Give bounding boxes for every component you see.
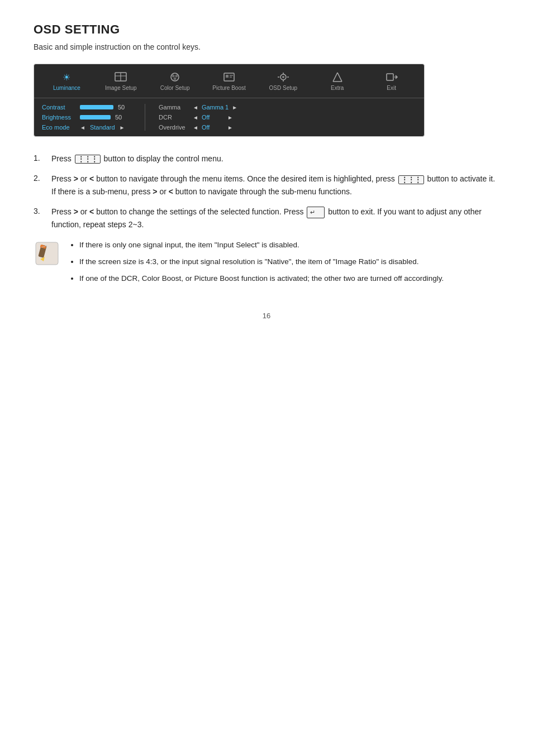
osd-tab-color-setup-label: Color Setup [160,85,190,91]
osd-row-overdrive: Overdrive ◄ Off ► [159,124,237,131]
brightness-label: Brightness [42,114,75,121]
svg-line-17 [337,73,342,82]
osd-tab-extra: Extra [310,69,364,93]
contrast-bar [80,105,113,109]
inst-num-3: 3. [34,205,46,217]
osd-tab-osd-setup: OSD Setup [256,69,310,93]
instruction-2: 2. Press > or < button to navigate throu… [34,173,499,198]
svg-point-12 [282,76,284,78]
notes-icon [34,240,60,267]
note-item-1: If there is only one signal input, the i… [79,239,444,251]
inst-num-2: 2. [34,173,46,184]
dcr-arrow-left: ◄ [193,114,198,121]
contrast-label: Contrast [42,104,75,111]
note-text-2: If the screen size is 4:3, or the input … [79,257,418,266]
osd-right-column: Gamma ◄ Gamma 1 ► DCR ◄ Off ► Overdrive … [159,104,237,131]
osd-tab-image-setup: Image Setup [94,69,148,93]
svg-rect-20 [387,74,393,80]
svg-rect-8 [226,75,229,78]
dcr-label: DCR [159,114,189,121]
contrast-value: 50 [118,104,125,111]
osd-tab-exit-label: Exit [387,85,396,91]
brightness-bar [80,115,111,119]
dcr-arrow-right: ► [227,114,233,121]
note-text-1: If there is only one signal input, the i… [79,241,299,249]
inst-text-1: Press ⋮⋮⋮ button to display the control … [51,152,223,165]
menu-button-icon-1: ⋮⋮⋮ [75,155,101,164]
inst-text-3: Press > or < button to change the settin… [51,205,499,231]
picture-boost-icon [221,71,237,83]
osd-tab-extra-label: Extra [331,85,344,91]
inst-num-1: 1. [34,152,46,164]
exit-button-icon: ↵ [307,207,325,219]
svg-point-6 [174,78,177,80]
osd-setup-icon [275,71,292,83]
osd-row-dcr: DCR ◄ Off ► [159,114,237,121]
svg-point-4 [172,75,175,78]
osd-divider [145,104,145,131]
brightness-value: 50 [115,114,122,121]
inst-text-2: Press > or < button to navigate through … [51,173,499,198]
osd-menu-content: Contrast 50 Brightness 50 Eco mode ◄ Sta… [34,98,424,136]
osd-row-contrast: Contrast 50 [42,104,131,111]
osd-tab-image-setup-label: Image Setup [105,85,137,91]
subtitle: Basic and simple instruction on the cont… [34,42,499,51]
dcr-value: Off [202,114,224,121]
osd-tab-osd-setup-label: OSD Setup [269,85,298,91]
page-title: OSD SETTING [34,22,499,37]
osd-menu-screenshot: ☀ Luminance Image Setup [34,64,425,137]
gamma-arrow-right: ► [232,104,237,111]
note-text-3: If one of the DCR, Color Boost, or Pictu… [79,274,444,283]
notes-section: If there is only one signal input, the i… [34,239,499,290]
color-setup-icon [166,71,183,83]
notes-list: If there is only one signal input, the i… [69,239,444,290]
overdrive-value: Off [202,124,224,131]
ecomode-arrow-left: ◄ [80,125,85,131]
exit-icon [383,71,400,83]
osd-tab-picture-boost: Picture Boost [202,69,256,93]
svg-rect-7 [224,73,234,81]
menu-button-icon-2: ⋮⋮⋮ [398,175,424,184]
gamma-arrow-left: ◄ [193,104,198,111]
instruction-3: 3. Press > or < button to change the set… [34,205,499,231]
note-item-2: If the screen size is 4:3, or the input … [79,256,444,268]
osd-row-brightness: Brightness 50 [42,114,131,121]
osd-tab-color-setup: Color Setup [148,69,202,93]
luminance-icon: ☀ [58,71,75,83]
svg-line-18 [333,73,337,82]
instruction-1: 1. Press ⋮⋮⋮ button to display the contr… [34,152,499,165]
page-number: 16 [34,312,499,320]
ecomode-label: Eco mode [42,124,75,131]
image-setup-icon [112,71,129,83]
gamma-label: Gamma [159,104,189,111]
osd-menu-tabs: ☀ Luminance Image Setup [34,64,424,98]
ecomode-arrow-right: ► [120,125,125,131]
osd-tab-picture-boost-label: Picture Boost [212,85,245,91]
osd-left-column: Contrast 50 Brightness 50 Eco mode ◄ Sta… [42,104,131,131]
osd-row-gamma: Gamma ◄ Gamma 1 ► [159,104,237,111]
note-item-3: If one of the DCR, Color Boost, or Pictu… [79,272,444,285]
osd-row-ecomode: Eco mode ◄ Standard ► [42,124,131,131]
osd-tab-exit: Exit [364,69,418,93]
ecomode-value: Standard [90,124,115,131]
extra-icon [329,71,346,83]
gamma-value: Gamma 1 [202,104,229,111]
overdrive-arrow-left: ◄ [193,125,198,131]
osd-tab-luminance-label: Luminance [53,85,80,91]
overdrive-arrow-right: ► [227,125,233,131]
svg-point-5 [175,75,178,78]
instructions-list: 1. Press ⋮⋮⋮ button to display the contr… [34,152,499,231]
overdrive-label: Overdrive [159,124,189,131]
osd-tab-luminance: ☀ Luminance [40,69,94,93]
